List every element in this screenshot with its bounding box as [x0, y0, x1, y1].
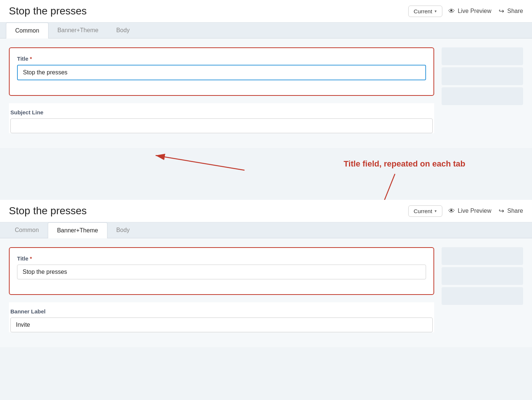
page-title-1: Stop the presses — [9, 5, 402, 17]
tabs-1: Common Banner+Theme Body — [0, 23, 532, 38]
right-stub-1c — [442, 87, 523, 105]
share-icon-1: ↪ — [499, 7, 504, 15]
title-required-star-1: * — [30, 56, 32, 62]
eye-icon-1: 👁 — [448, 7, 455, 15]
tab-body-2[interactable]: Body — [107, 222, 139, 238]
chevron-down-icon-1: ▾ — [435, 9, 437, 14]
content-2: Title * Banner Label — [0, 238, 532, 347]
title-card-1: Title * — [9, 47, 434, 96]
title-group-2: Title * — [17, 255, 426, 279]
version-label-1: Current — [414, 8, 432, 14]
banner-label-input-2[interactable] — [10, 317, 433, 332]
subject-line-input-1[interactable] — [10, 118, 433, 133]
tab-banner-theme-2[interactable]: Banner+Theme — [48, 222, 107, 238]
annotation-area: Title field, repeated on each tab — [0, 148, 532, 200]
share-button-2[interactable]: ↪ Share — [499, 207, 523, 215]
live-preview-button-1[interactable]: 👁 Live Preview — [448, 7, 492, 15]
panel-2: Stop the presses Current ▾ 👁 Live Previe… — [0, 200, 532, 347]
annotation-text: Title field, repeated on each tab — [344, 159, 465, 169]
live-preview-label-1: Live Preview — [458, 8, 492, 14]
right-panel-1 — [442, 47, 523, 139]
title-label-2: Title * — [17, 255, 426, 262]
arrow-svg-2 — [358, 170, 469, 200]
tab-common-2[interactable]: Common — [6, 222, 48, 238]
version-dropdown-1[interactable]: Current ▾ — [408, 6, 442, 17]
arrow-svg — [126, 148, 348, 200]
right-stub-1a — [442, 47, 523, 65]
svg-line-1 — [156, 155, 245, 170]
panel-1: Stop the presses Current ▾ 👁 Live Previe… — [0, 0, 532, 148]
live-preview-button-2[interactable]: 👁 Live Preview — [448, 207, 492, 215]
banner-label-group-2: Banner Label — [9, 302, 434, 332]
share-label-1: Share — [507, 8, 523, 14]
right-stub-2b — [442, 267, 523, 285]
title-group-1: Title * — [17, 56, 426, 80]
version-label-2: Current — [414, 208, 432, 214]
right-stub-2c — [442, 287, 523, 305]
svg-line-3 — [380, 174, 395, 200]
chevron-down-icon-2: ▾ — [435, 209, 437, 214]
header-2: Stop the presses Current ▾ 👁 Live Previe… — [0, 200, 532, 222]
title-label-1: Title * — [17, 56, 426, 62]
page-title-2: Stop the presses — [9, 205, 402, 217]
eye-icon-2: 👁 — [448, 207, 455, 215]
tab-banner-theme-1[interactable]: Banner+Theme — [49, 23, 107, 38]
right-stub-1b — [442, 67, 523, 85]
right-panel-2 — [442, 247, 523, 338]
tab-body-1[interactable]: Body — [107, 23, 139, 38]
header-actions-2: 👁 Live Preview ↪ Share — [448, 207, 523, 215]
version-dropdown-2[interactable]: Current ▾ — [408, 205, 442, 217]
share-button-1[interactable]: ↪ Share — [499, 7, 523, 15]
share-icon-2: ↪ — [499, 207, 504, 215]
live-preview-label-2: Live Preview — [458, 208, 492, 214]
main-form-1: Title * Subject Line — [9, 47, 434, 139]
title-required-star-2: * — [30, 255, 32, 262]
subject-line-group-1: Subject Line — [9, 103, 434, 133]
share-label-2: Share — [507, 208, 523, 214]
tabs-2: Common Banner+Theme Body — [0, 222, 532, 238]
main-form-2: Title * Banner Label — [9, 247, 434, 338]
title-input-2[interactable] — [17, 265, 426, 279]
content-1: Title * Subject Line — [0, 38, 532, 148]
title-card-2: Title * — [9, 247, 434, 295]
tab-common-1[interactable]: Common — [6, 23, 49, 38]
header-actions-1: 👁 Live Preview ↪ Share — [448, 7, 523, 15]
subject-line-label-1: Subject Line — [10, 109, 433, 115]
title-input-1[interactable] — [17, 65, 426, 80]
header-1: Stop the presses Current ▾ 👁 Live Previe… — [0, 0, 532, 23]
banner-label-label-2: Banner Label — [10, 308, 433, 315]
right-stub-2a — [442, 247, 523, 265]
